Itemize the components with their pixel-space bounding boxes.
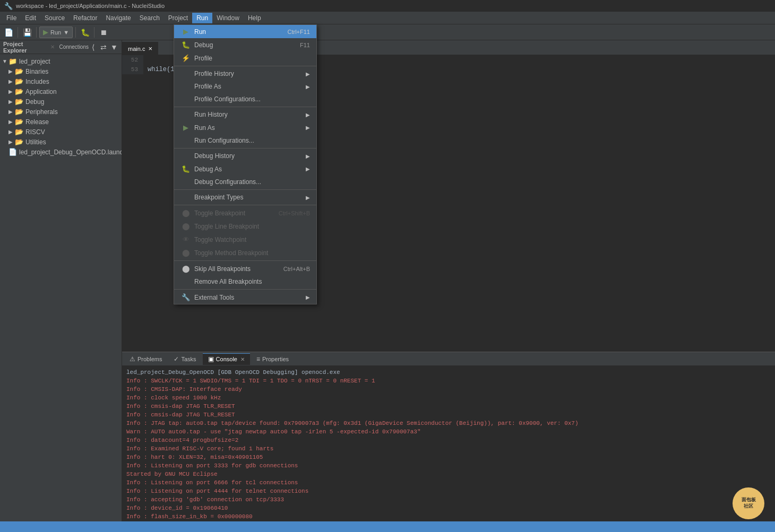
sidebar-close-icon[interactable]: ✕ (50, 44, 55, 50)
menu-file[interactable]: File (2, 13, 21, 23)
toolbar-separator-3 (75, 27, 76, 38)
run-config-chevron: ▼ (63, 29, 69, 36)
sep-1 (174, 66, 316, 66)
menu-external-tools[interactable]: 🔧 External Tools ▶ (174, 291, 316, 304)
label-led-project: led_project (19, 58, 50, 65)
console-line-17: Info : flash_size_in_kb = 0x00000080 (126, 512, 771, 521)
menu-toggle-watchpoint[interactable]: 👁 Toggle Watchpoint (174, 233, 316, 246)
profile-history-arrow: ▶ (306, 71, 310, 77)
panel-tabs: ⚠ Problems ✓ Tasks ▣ Console ✕ ≡ Propert… (122, 352, 775, 366)
tab-console[interactable]: ▣ Console ✕ (203, 353, 250, 365)
console-line-15: Info : accepting 'gdb' connection on tcp… (126, 495, 771, 504)
tab-close-icon[interactable]: × (148, 45, 152, 53)
menu-help[interactable]: Help (244, 13, 265, 23)
sidebar-menu-icon[interactable]: ▼ (110, 43, 118, 51)
menu-source[interactable]: Source (40, 13, 69, 23)
menu-breakpoint-types[interactable]: Breakpoint Types ▶ (174, 191, 316, 204)
debug-history-label: Debug History (194, 152, 302, 160)
menu-navigate[interactable]: Navigate (101, 13, 135, 23)
menu-skip-all-breakpoints[interactable]: ⬤ Skip All Breakpoints Ctrl+Alt+B (174, 262, 316, 275)
stop-button[interactable]: ⏹ (97, 26, 110, 39)
console-line-13: Info : Listening on port 6666 for tcl co… (126, 478, 771, 487)
folder-icon-release: 📂 (15, 118, 23, 126)
toggle-bp-shortcut: Ctrl+Shift+B (279, 210, 310, 216)
menu-toggle-method-breakpoint[interactable]: ⬤ Toggle Method Breakpoint (174, 246, 316, 259)
tree-item-led-project[interactable]: ▼ 📁 led_project (0, 56, 122, 66)
menu-run-debug[interactable]: 🐛 Debug F11 (174, 38, 316, 51)
editor-tab-main-c[interactable]: main.c × (122, 42, 158, 55)
toggle-wp-label: Toggle Watchpoint (194, 236, 310, 243)
menu-refactor[interactable]: Refactor (69, 13, 101, 23)
toolbar: 📄 💾 ▶ Run ▼ 🐛 ⏹ (0, 24, 775, 40)
tab-properties[interactable]: ≡ Properties (251, 353, 294, 365)
menu-project[interactable]: Project (164, 13, 192, 23)
menu-profile-configurations[interactable]: Profile Configurations... (174, 93, 316, 106)
profile-cfg-label: Profile Configurations... (194, 95, 310, 103)
menu-toggle-breakpoint[interactable]: ⬤ Toggle Breakpoint Ctrl+Shift+B (174, 206, 316, 220)
bp-types-label: Breakpoint Types (194, 194, 302, 201)
tree-item-riscv[interactable]: ▶ 📂 RISCV (6, 127, 122, 137)
tree-item-includes[interactable]: ▶ 📂 Includes (6, 76, 122, 86)
tree-item-binaries[interactable]: ▶ 📂 Binaries (6, 66, 122, 76)
run-config-label: Run (50, 29, 61, 36)
profile-history-label: Profile History (194, 70, 302, 77)
tree-item-utilities[interactable]: ▶ 📂 Utilities (6, 137, 122, 147)
menu-profile-history[interactable]: Profile History ▶ (174, 67, 316, 80)
tree-item-release[interactable]: ▶ 📂 Release (6, 117, 122, 127)
debug-cfg-label: Debug Configurations... (194, 178, 310, 186)
remove-bp-label: Remove All Breakpoints (194, 278, 310, 285)
menu-debug-as[interactable]: 🐛 Debug As ▶ (174, 162, 316, 176)
menu-search[interactable]: Search (135, 13, 164, 23)
menu-edit[interactable]: Edit (21, 13, 40, 23)
console-line-3: Info : clock speed 1000 kHz (126, 394, 771, 402)
project-tree: ▼ 📁 led_project ▶ 📂 Binaries ▶ 📂 Include… (0, 54, 122, 521)
link-editor-icon[interactable]: ⇄ (99, 43, 108, 51)
menu-window[interactable]: Window (212, 13, 244, 23)
menu-run-as[interactable]: ▶ Run As ▶ (174, 121, 316, 134)
console-header: led_project_Debug_OpenOCD [GDB OpenOCD D… (126, 368, 771, 377)
run-shortcut: Ctrl+F11 (288, 29, 311, 35)
tab-tasks[interactable]: ✓ Tasks (168, 353, 201, 365)
chevron-application: ▶ (8, 89, 15, 94)
status-bar (0, 521, 775, 532)
menu-profile-as[interactable]: Profile As ▶ (174, 80, 316, 93)
label-riscv: RISCV (25, 128, 45, 136)
collapse-all-icon[interactable]: ⟨ (89, 43, 97, 51)
debug-button[interactable]: 🐛 (79, 26, 91, 39)
run-config-icon: ▶ (43, 28, 48, 36)
menu-run-run[interactable]: ▶ Run Ctrl+F11 (174, 25, 316, 38)
run-config-dropdown[interactable]: ▶ Run ▼ (39, 27, 73, 38)
tasks-icon: ✓ (174, 355, 179, 363)
console-close[interactable]: ✕ (240, 356, 245, 362)
tree-item-application[interactable]: ▶ 📂 Application (6, 86, 122, 97)
label-launch-file: led_project_Debug_OpenOCD.launch (19, 149, 122, 156)
folder-icon-includes: 📂 (15, 77, 23, 85)
console-line-14: Info : Listening on port 4444 for telnet… (126, 487, 771, 495)
menu-debug-history[interactable]: Debug History ▶ (174, 150, 316, 162)
run-as-icon: ▶ (180, 124, 191, 132)
menu-toggle-line-breakpoint[interactable]: ⬤ Toggle Line Breakpoint (174, 220, 316, 233)
menu-run-profile[interactable]: ⚡ Profile (174, 51, 316, 65)
tree-item-debug[interactable]: ▶ 📂 Debug (6, 97, 122, 107)
folder-icon-peripherals: 📂 (15, 108, 23, 116)
menu-remove-all-breakpoints[interactable]: Remove All Breakpoints (174, 275, 316, 288)
menu-debug-configurations[interactable]: Debug Configurations... (174, 176, 316, 188)
tree-item-launch-file[interactable]: 📄 led_project_Debug_OpenOCD.launch (6, 147, 122, 157)
connections-tab[interactable]: Connections (59, 44, 89, 50)
toggle-line-bp-label: Toggle Line Breakpoint (194, 223, 310, 230)
tree-item-peripherals[interactable]: ▶ 📂 Peripherals (6, 107, 122, 117)
console-label: Console (216, 356, 237, 362)
menu-bar: File Edit Source Refactor Navigate Searc… (0, 12, 775, 24)
problems-label: Problems (137, 356, 162, 362)
save-button[interactable]: 💾 (21, 26, 33, 39)
sidebar-title: Project Explorer (3, 41, 46, 54)
tab-problems[interactable]: ⚠ Problems (124, 353, 167, 365)
new-button[interactable]: 📄 (2, 26, 15, 39)
sep-4 (174, 189, 316, 190)
console-line-11: Info : Listening on port 3333 for gdb co… (126, 461, 771, 470)
run-history-label: Run History (194, 111, 302, 118)
menu-run[interactable]: Run (192, 13, 212, 23)
menu-run-history[interactable]: Run History ▶ (174, 108, 316, 121)
sep-6 (174, 260, 316, 261)
menu-run-configurations[interactable]: Run Configurations... (174, 134, 316, 147)
